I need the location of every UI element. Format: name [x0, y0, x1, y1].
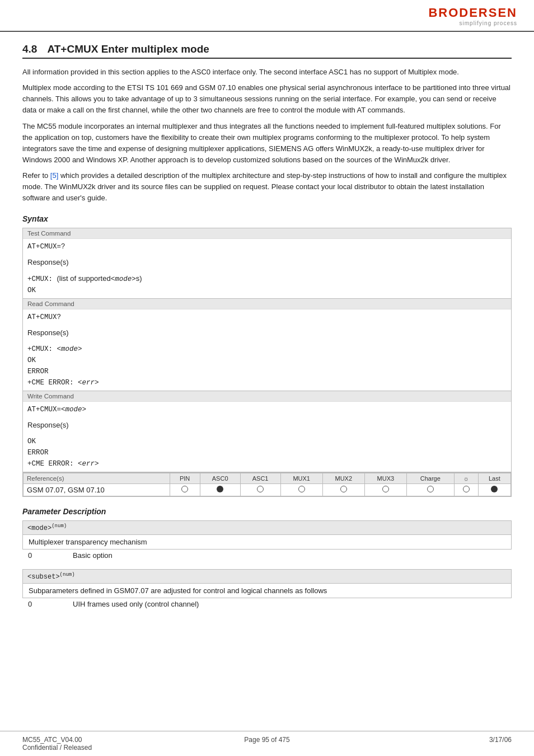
section-number: 4.8: [22, 43, 37, 55]
ind-asc0: [200, 483, 240, 496]
col-mux1: MUX1: [280, 473, 322, 483]
footer-date: 3/17/06: [349, 736, 512, 752]
intro-para-3: The MC55 module incorporates an internal…: [22, 121, 512, 166]
circle-empty-sun: [463, 486, 470, 492]
subset-value-0: 0 UIH frames used only (control channel): [22, 598, 512, 610]
mode-description: Multiplexer transparency mechanism: [29, 538, 147, 546]
col-mux2: MUX2: [322, 473, 364, 483]
test-command-label: Test Command: [23, 228, 511, 239]
read-command-response: +CMUX: <mode>OKERROR+CME ERROR: <err>: [23, 341, 511, 391]
ind-charge: [406, 483, 454, 496]
mode-val-desc: Basic option: [73, 551, 113, 560]
syntax-block: Test Command AT+CMUX=? Response(s) +CMUX…: [22, 228, 512, 497]
subset-val-num: 0: [28, 600, 50, 608]
col-last: Last: [478, 473, 510, 483]
read-command-section: Read Command AT+CMUX? Response(s) +CMUX:…: [23, 299, 511, 391]
page-header: BRODERSEN simplifying process: [0, 0, 534, 32]
intro-para-1: All information provided in this section…: [22, 67, 512, 78]
circle-empty-asc1: [257, 486, 264, 492]
subset-param-header: <subset>(num): [22, 569, 512, 584]
logo-sub: simplifying process: [428, 20, 517, 26]
footer-status: Confidential / Released: [22, 744, 185, 752]
circle-filled-asc0: [217, 486, 223, 492]
write-command-response-label: Response(s): [23, 417, 511, 434]
subset-param-body: Subparameters defined in GSM07.07 are ad…: [22, 584, 512, 598]
test-command-response: +CMUX: (list of supported<mode>s)OK: [23, 271, 511, 298]
circle-empty-mux2: [340, 486, 347, 492]
ref-link[interactable]: [5]: [50, 171, 58, 180]
write-command-section: Write Command AT+CMUX=<mode> Response(s)…: [23, 391, 511, 472]
parameter-description: Parameter Description <mode>(num) Multip…: [22, 507, 512, 610]
section-heading: AT+CMUX Enter multiplex mode: [47, 43, 209, 55]
write-command-label: Write Command: [23, 391, 511, 402]
test-command-section: Test Command AT+CMUX=? Response(s) +CMUX…: [23, 228, 511, 299]
footer-page: Page 95 of 475: [185, 736, 348, 752]
page-footer: MC55_ATC_V04.00 Confidential / Released …: [0, 731, 534, 756]
read-command-response-label: Response(s): [23, 325, 511, 341]
ref-header-row: Reference(s) PIN ASC0 ASC1 MUX1 MUX2 MUX…: [24, 473, 511, 483]
main-content: 4.8AT+CMUX Enter multiplex mode All info…: [0, 32, 534, 731]
col-charge: Charge: [406, 473, 454, 483]
ind-last: [478, 483, 510, 496]
intro-para-4: Refer to [5] which provides a detailed d…: [22, 170, 512, 204]
write-command-response: OKERROR+CME ERROR: <err>: [23, 434, 511, 472]
footer-left: MC55_ATC_V04.00 Confidential / Released: [22, 736, 185, 752]
read-command-code: AT+CMUX?: [23, 309, 511, 325]
reference-section: Reference(s) PIN ASC0 ASC1 MUX1 MUX2 MUX…: [23, 472, 511, 496]
col-sun: ☼: [454, 473, 478, 483]
param-spacer: [22, 561, 512, 569]
ref-label: Reference(s): [24, 473, 170, 483]
subset-superscript: (num): [60, 572, 75, 577]
test-command-response-label: Response(s): [23, 255, 511, 271]
ref-value: GSM 07.07, GSM 07.10: [24, 483, 170, 496]
circle-empty-charge: [427, 486, 434, 492]
intro-para-2: Multiplex mode according to the ETSI TS …: [22, 82, 512, 116]
ind-asc1: [240, 483, 280, 496]
footer-doc-id: MC55_ATC_V04.00: [22, 736, 185, 744]
subset-val-desc: UIH frames used only (control channel): [73, 600, 199, 608]
col-pin: PIN: [170, 473, 200, 483]
circle-empty-mux1: [298, 486, 305, 492]
ind-mux1: [280, 483, 322, 496]
col-asc0: ASC0: [200, 473, 240, 483]
logo-area: BRODERSEN simplifying process: [428, 6, 517, 26]
reference-table: Reference(s) PIN ASC0 ASC1 MUX1 MUX2 MUX…: [23, 473, 511, 496]
ind-pin: [170, 483, 200, 496]
read-command-label: Read Command: [23, 299, 511, 309]
test-command-code: AT+CMUX=?: [23, 239, 511, 255]
circle-empty-mux3: [382, 486, 389, 492]
mode-val-num: 0: [28, 551, 50, 560]
col-mux3: MUX3: [364, 473, 406, 483]
ind-mux2: [322, 483, 364, 496]
col-asc1: ASC1: [240, 473, 280, 483]
section-title: 4.8AT+CMUX Enter multiplex mode: [22, 43, 512, 59]
logo-brand: BRODERSEN: [428, 6, 517, 20]
ind-mux3: [364, 483, 406, 496]
ref-value-row: GSM 07.07, GSM 07.10: [24, 483, 511, 496]
mode-superscript: (num): [51, 523, 67, 529]
circle-empty-pin: [181, 486, 188, 492]
syntax-heading: Syntax: [22, 214, 512, 223]
page-wrapper: BRODERSEN simplifying process 4.8AT+CMUX…: [0, 0, 534, 756]
mode-value-0: 0 Basic option: [22, 550, 512, 561]
mode-param-header: <mode>(num): [22, 520, 512, 535]
ind-sun: [454, 483, 478, 496]
subset-description: Subparameters defined in GSM07.07 are ad…: [29, 586, 327, 595]
param-heading: Parameter Description: [22, 507, 512, 516]
mode-param-body: Multiplexer transparency mechanism: [22, 535, 512, 550]
write-command-code: AT+CMUX=<mode>: [23, 402, 511, 417]
circle-filled-last: [491, 486, 498, 492]
